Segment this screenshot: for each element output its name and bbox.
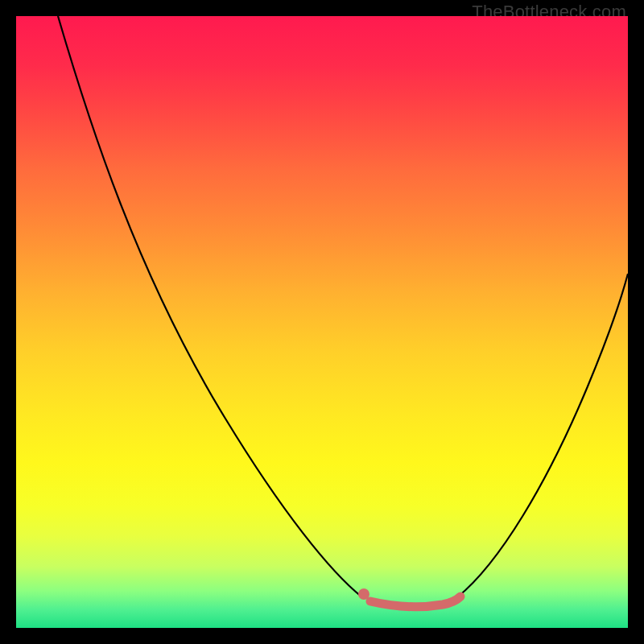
right-curve xyxy=(457,274,628,597)
flat-bottom-segment xyxy=(370,597,460,607)
left-curve xyxy=(58,16,362,597)
chart-svg xyxy=(16,16,628,628)
marker-dot xyxy=(358,588,369,600)
chart-plot-area xyxy=(16,16,628,628)
